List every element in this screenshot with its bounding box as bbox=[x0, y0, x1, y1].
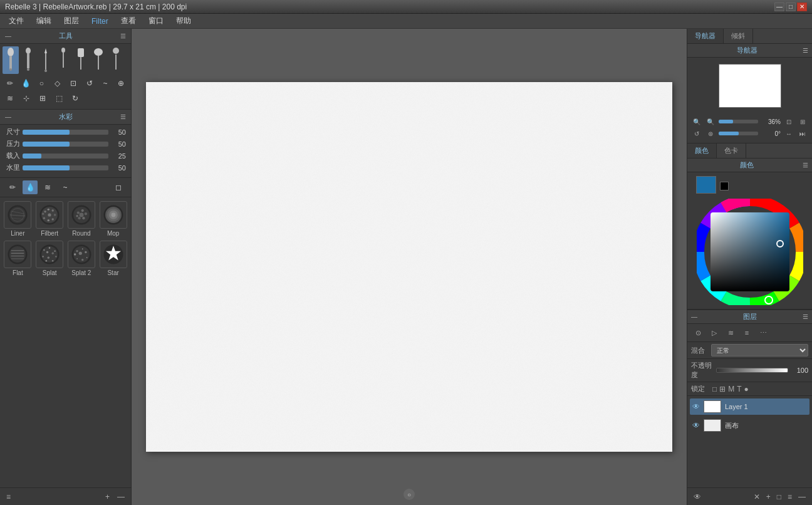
menu-edit[interactable]: 编辑 bbox=[30, 14, 58, 28]
dry2-mode-btn[interactable]: ~ bbox=[58, 180, 73, 194]
tab-navigator[interactable]: 导航器 bbox=[687, 29, 724, 43]
brush-type-7[interactable] bbox=[108, 46, 124, 74]
brush-type-2[interactable] bbox=[20, 46, 36, 74]
color-options-icon[interactable]: ☰ bbox=[803, 162, 808, 169]
tab-tilt[interactable]: 倾斜 bbox=[724, 29, 753, 43]
current-color-swatch[interactable] bbox=[696, 176, 716, 194]
minimize-button[interactable]: — bbox=[774, 3, 784, 11]
layer-fast-dry-icon[interactable]: ≡ bbox=[740, 326, 754, 339]
transform-tool[interactable]: ⊞ bbox=[35, 91, 50, 105]
blend-mode-btn[interactable]: ≋ bbox=[40, 180, 55, 194]
fill-tool[interactable]: ◇ bbox=[50, 76, 65, 90]
canvas-group-item[interactable]: 👁 画布 bbox=[690, 417, 809, 434]
brush-preset-filbert[interactable]: Filbert bbox=[34, 200, 65, 238]
secondary-color-swatch[interactable] bbox=[720, 182, 729, 190]
tools-options-icon[interactable]: ☰ bbox=[120, 33, 126, 39]
lock-stroke-icon[interactable]: ⊞ bbox=[719, 385, 726, 393]
layers-options-icon[interactable]: ☰ bbox=[803, 313, 808, 320]
menu-window[interactable]: 窗口 bbox=[142, 14, 170, 28]
right-bottom-add-icon[interactable]: + bbox=[764, 491, 773, 502]
lock-dot-icon[interactable]: ● bbox=[744, 385, 749, 393]
left-bottom-add-icon[interactable]: + bbox=[103, 491, 112, 502]
brush-preset-liner[interactable]: Liner bbox=[3, 200, 33, 238]
smudge-tool[interactable]: ≋ bbox=[3, 91, 18, 105]
layer-dry-icon[interactable]: ≋ bbox=[724, 326, 737, 339]
menu-help[interactable]: 帮助 bbox=[170, 14, 197, 28]
close-button[interactable]: ✕ bbox=[797, 3, 807, 11]
watercolor-options-icon[interactable]: ☰ bbox=[120, 113, 126, 120]
skip-icon[interactable]: ⏭ bbox=[797, 128, 808, 138]
canvas-visibility-icon[interactable]: 👁 bbox=[692, 421, 700, 430]
pressure-track[interactable] bbox=[23, 142, 108, 147]
right-bottom-order-icon[interactable]: ≡ bbox=[785, 491, 794, 502]
eraser-mode-btn[interactable]: ◻ bbox=[111, 180, 126, 194]
layer-1-visibility-icon[interactable]: 👁 bbox=[692, 402, 700, 411]
undo-tool[interactable]: ↺ bbox=[82, 76, 96, 90]
brush-type-4[interactable] bbox=[55, 46, 71, 74]
brush-type-1[interactable] bbox=[3, 46, 19, 74]
brush-preset-splat2[interactable]: Splat 2 bbox=[66, 239, 97, 278]
layer-animate-icon[interactable]: ⊙ bbox=[691, 326, 705, 339]
navigator-options-icon[interactable]: ☰ bbox=[803, 47, 808, 54]
zoom-out-icon[interactable]: 🔍 bbox=[691, 117, 702, 127]
menu-layer[interactable]: 图层 bbox=[58, 14, 85, 28]
brush-preset-round[interactable]: Round bbox=[66, 200, 97, 238]
zoom-in-icon[interactable]: 🔍 bbox=[705, 117, 716, 127]
water-tool[interactable]: ○ bbox=[34, 76, 49, 90]
layers-collapse-icon[interactable]: — bbox=[691, 313, 697, 320]
dry-mode-btn[interactable]: ✏ bbox=[5, 180, 20, 194]
extra-tool-2[interactable]: ⊕ bbox=[114, 76, 128, 90]
crop-tool[interactable]: ⊡ bbox=[66, 76, 81, 90]
maximize-button[interactable]: □ bbox=[786, 3, 796, 11]
load-track[interactable] bbox=[23, 154, 108, 159]
right-bottom-delete-icon[interactable]: ✕ bbox=[751, 491, 763, 502]
brush-preset-mop[interactable]: Mop bbox=[98, 200, 128, 238]
brush-type-5[interactable] bbox=[73, 46, 89, 74]
watercolor-collapse-icon[interactable]: — bbox=[5, 113, 11, 120]
color-wheel-svg[interactable] bbox=[697, 199, 803, 305]
opacity-slider[interactable] bbox=[716, 368, 788, 373]
flip-icon[interactable]: ↔ bbox=[783, 128, 794, 138]
menu-file[interactable]: 文件 bbox=[3, 14, 30, 28]
wet-mode-btn[interactable]: 💧 bbox=[23, 180, 38, 194]
menu-view[interactable]: 查看 bbox=[115, 14, 142, 28]
zoom-slider[interactable] bbox=[719, 120, 758, 123]
layer-item-1[interactable]: 👁 Layer 1 bbox=[690, 398, 809, 415]
fit-width-icon[interactable]: ⊡ bbox=[783, 117, 794, 127]
right-bottom-eye-icon[interactable]: 👁 bbox=[691, 491, 704, 502]
brush-type-3[interactable] bbox=[38, 46, 54, 74]
refresh-tool[interactable]: ↻ bbox=[68, 91, 83, 105]
brush-preset-star[interactable]: Star bbox=[98, 239, 128, 278]
lock-all-icon[interactable]: T bbox=[737, 385, 741, 393]
size-track[interactable] bbox=[23, 130, 108, 135]
rotation-slider[interactable] bbox=[719, 132, 758, 135]
select-tool[interactable]: ⬚ bbox=[51, 91, 66, 105]
rotate-ccw-icon[interactable]: ↺ bbox=[691, 128, 702, 138]
brush-preset-flat[interactable]: Flat bbox=[3, 239, 33, 278]
layer-play-icon[interactable]: ▷ bbox=[707, 326, 721, 339]
drawing-canvas[interactable] bbox=[146, 82, 672, 452]
fit-page-icon[interactable]: ⊞ bbox=[797, 117, 808, 127]
canvas-area[interactable]: ○ bbox=[132, 29, 687, 505]
tools-menu-icon[interactable]: — bbox=[5, 33, 11, 39]
right-bottom-copy-icon[interactable]: □ bbox=[774, 491, 784, 502]
pen-tool[interactable]: ✏ bbox=[3, 76, 17, 90]
lock-transparency-icon[interactable]: □ bbox=[712, 385, 717, 393]
brush-type-6[interactable] bbox=[90, 46, 107, 74]
layer-extra-icon[interactable]: ⋯ bbox=[756, 326, 770, 339]
brush-preset-splat[interactable]: Splat bbox=[34, 239, 65, 278]
lock-move-icon[interactable]: M bbox=[728, 385, 734, 393]
color-wheel-container[interactable] bbox=[697, 199, 803, 305]
right-bottom-remove-icon[interactable]: — bbox=[796, 491, 808, 502]
extra-tool-1[interactable]: ~ bbox=[98, 76, 112, 90]
eyedropper-tool[interactable]: 💧 bbox=[18, 76, 33, 90]
water-track[interactable] bbox=[23, 165, 108, 170]
left-bottom-menu-icon[interactable]: ≡ bbox=[4, 491, 13, 502]
blend-select[interactable]: 正常 正片叠底 滤色 叠加 bbox=[711, 344, 808, 357]
sample-tool[interactable]: ⊹ bbox=[19, 91, 34, 105]
target-icon[interactable]: ⊛ bbox=[705, 128, 716, 138]
menu-filter[interactable]: Filter bbox=[85, 16, 115, 27]
tab-color[interactable]: 颜色 bbox=[687, 143, 717, 158]
tab-swatches[interactable]: 色卡 bbox=[717, 143, 746, 158]
left-bottom-remove-icon[interactable]: — bbox=[115, 491, 127, 502]
